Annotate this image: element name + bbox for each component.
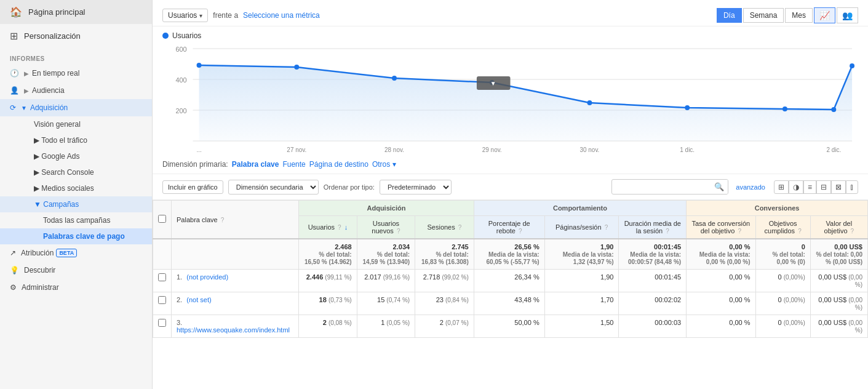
th-conversiones: Conversiones xyxy=(687,201,868,216)
sidebar-item-vision-general[interactable]: Visión general xyxy=(0,116,152,132)
td-tasa: 0,00 % xyxy=(687,315,755,338)
filter-bar: Incluir en gráfico Dimensión secundaria … xyxy=(153,174,868,200)
time-btn-semana[interactable]: Semana xyxy=(743,8,784,23)
line-chart-btn[interactable]: 📈 xyxy=(814,7,835,23)
sidebar-item-label: Adquisición xyxy=(30,103,68,112)
avanzado-link[interactable]: avanzado xyxy=(736,183,765,191)
row-num: 1. xyxy=(177,273,182,281)
view-btn-compare[interactable]: ⊟ xyxy=(816,180,831,194)
sidebar-item-palabras-clave-pago[interactable]: Palabras clave de pago xyxy=(0,228,152,244)
td-usuarios: 2 (0,08 %) xyxy=(299,315,357,338)
keyword-link[interactable]: https://www.seoquake.com/index.html xyxy=(177,326,290,334)
time-btn-dia[interactable]: Día xyxy=(717,8,742,23)
td-duracion: 00:00:03 xyxy=(619,315,687,338)
td-rebote: 43,48 % xyxy=(474,292,544,315)
sidebar-item-campanas[interactable]: ▼ Campañas xyxy=(0,196,152,212)
td-checkbox xyxy=(153,270,172,292)
sidebar-item-todas-campanas[interactable]: Todas las campañas xyxy=(0,212,152,228)
order-label: Ordenar por tipo: xyxy=(324,183,375,191)
view-btn-list[interactable]: ≡ xyxy=(803,180,816,194)
table-row: 2. (not set) 18 (0,73 %) 15 (0,74 %) 23 … xyxy=(153,292,868,315)
sidebar-item-audiencia[interactable]: 👤 ▶ Audiencia xyxy=(0,82,152,99)
sidebar-item-label: Audiencia xyxy=(32,86,65,95)
svg-text:28 nov.: 28 nov. xyxy=(384,146,404,153)
question-icon[interactable]: ? xyxy=(798,228,802,235)
secondary-dimension-select[interactable]: Dimensión secundaria xyxy=(228,180,319,194)
td-valor: 0,00 US$ (0,00 %) xyxy=(810,315,867,338)
question-icon[interactable]: ? xyxy=(519,228,522,235)
td-sesiones: 23 (0,84 %) xyxy=(415,292,474,315)
view-btn-compare2[interactable]: ⊠ xyxy=(831,180,846,194)
svg-text:29 nov.: 29 nov. xyxy=(482,146,502,153)
question-icon[interactable]: ? xyxy=(338,224,341,231)
td-objetivos: 0 (0,00%) xyxy=(755,315,810,338)
scatter-chart-btn[interactable]: 👥 xyxy=(837,7,858,23)
svg-point-10 xyxy=(392,76,397,81)
dimension-bar: Dimensión primaria: Palabra clave Fuente… xyxy=(153,155,868,174)
dim-pagina-destino[interactable]: Página de destino xyxy=(309,160,368,169)
sidebar-item-atribucion[interactable]: ↗ Atribución BETA xyxy=(0,244,152,262)
seleccione-metrica-link[interactable]: Seleccione una métrica xyxy=(243,11,320,20)
sidebar-item-search-console[interactable]: ▶ Search Console xyxy=(0,164,152,180)
dim-otros[interactable]: Otros ▾ xyxy=(372,160,396,169)
svg-point-9 xyxy=(294,65,299,70)
order-select[interactable]: Predeterminado xyxy=(380,180,452,194)
row-checkbox[interactable] xyxy=(158,296,166,304)
question-icon[interactable]: ? xyxy=(458,224,462,231)
row-checkbox[interactable] xyxy=(158,319,166,327)
select-all-checkbox[interactable] xyxy=(158,215,166,223)
question-icon[interactable]: ? xyxy=(666,228,669,235)
svg-point-13 xyxy=(685,105,690,110)
view-btn-grid[interactable]: ⊞ xyxy=(774,180,789,194)
include-chart-button[interactable]: Incluir en gráfico xyxy=(162,180,223,194)
metric-select[interactable]: Usuarios ▾ xyxy=(162,9,208,22)
data-table: Palabra clave ? Adquisición Comportamien… xyxy=(153,200,868,338)
view-btn-chart[interactable]: ⫿ xyxy=(846,180,858,194)
bulb-icon: 💡 xyxy=(10,266,19,275)
chart-svg-wrapper: 600 400 200 xyxy=(162,42,858,155)
sidebar: 🏠 Página principal ⊞ Personalización INF… xyxy=(0,0,153,389)
question-icon[interactable]: ? xyxy=(221,217,225,223)
sidebar-item-google-ads[interactable]: ▶ Google Ads xyxy=(0,148,152,164)
sidebar-item-en-tiempo-real[interactable]: 🕐 ▶ En tiempo real xyxy=(0,65,152,82)
question-icon[interactable]: ? xyxy=(738,228,741,235)
td-valor: 0,00 US$ (0,00 %) xyxy=(810,270,867,292)
home-icon: 🏠 xyxy=(10,6,22,18)
gear-icon: ⚙ xyxy=(10,283,17,292)
view-btn-pie[interactable]: ◑ xyxy=(789,180,803,194)
search-container: 🔍 xyxy=(611,179,728,194)
time-btn-mes[interactable]: Mes xyxy=(785,8,813,23)
th-adquisicion: Adquisición xyxy=(299,201,474,216)
question-icon[interactable]: ? xyxy=(605,224,608,231)
legend-dot xyxy=(162,33,169,39)
svg-text:27 nov.: 27 nov. xyxy=(287,146,306,153)
question-icon[interactable]: ? xyxy=(397,228,400,235)
svg-text:600: 600 xyxy=(176,46,187,53)
sidebar-item-personalizacion[interactable]: ⊞ Personalización xyxy=(0,24,152,48)
keyword-link[interactable]: (not provided) xyxy=(186,273,228,281)
question-icon[interactable]: ? xyxy=(851,228,854,235)
sidebar-item-administrar[interactable]: ⚙ Administrar xyxy=(0,279,152,296)
sidebar-item-pagina-principal[interactable]: 🏠 Página principal xyxy=(0,0,152,24)
arrow-right-icon: ▶ xyxy=(34,184,41,193)
dim-palabra-clave[interactable]: Palabra clave xyxy=(232,160,279,169)
td-paginas: 1,70 xyxy=(544,292,619,315)
th-sesiones: Sesiones ? xyxy=(415,216,474,239)
keyword-link[interactable]: (not set) xyxy=(186,296,211,303)
td-checkbox xyxy=(153,315,172,338)
chart-legend: Usuarios xyxy=(162,31,858,40)
td-tasa-total: 0,00 % Media de la vista: 0,00 % (0,00 %… xyxy=(687,239,755,270)
svg-point-15 xyxy=(831,107,836,112)
sidebar-item-adquisicion[interactable]: ⟳ ▼ Adquisición xyxy=(0,99,152,116)
sidebar-item-label: Atribución xyxy=(21,249,54,257)
th-usuarios: Usuarios ? ↓ xyxy=(299,216,357,239)
dim-fuente[interactable]: Fuente xyxy=(282,160,305,169)
td-duracion-total: 00:01:45 Media de la vista: 00:00:57 (84… xyxy=(619,239,687,270)
td-rebote: 50,00 % xyxy=(474,315,544,338)
search-input[interactable] xyxy=(612,181,711,193)
sidebar-item-descubrir[interactable]: 💡 Descubrir xyxy=(0,262,152,279)
row-checkbox[interactable] xyxy=(158,273,166,281)
sidebar-item-todo-trafico[interactable]: ▶ Todo el tráfico xyxy=(0,132,152,148)
sidebar-item-medios-sociales[interactable]: ▶ Medios sociales xyxy=(0,180,152,196)
search-button[interactable]: 🔍 xyxy=(711,180,728,194)
